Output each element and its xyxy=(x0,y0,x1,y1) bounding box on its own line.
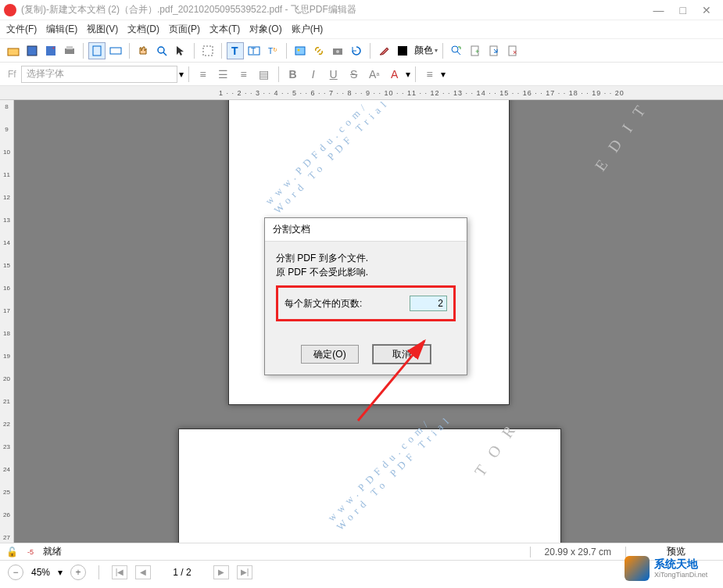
chain-icon xyxy=(313,45,325,57)
ok-button[interactable]: 确定(O) xyxy=(301,345,359,364)
lock-icon: 🔓 xyxy=(6,547,18,558)
line-spacing-button[interactable]: ≡ xyxy=(421,66,439,83)
underline-button[interactable]: U xyxy=(324,66,343,83)
align-right-button[interactable]: ≡ xyxy=(234,66,253,83)
ruler-h-marks: 1 · · 2 · · 3 · · 4 · · 5 · · 6 · · 7 · … xyxy=(219,89,625,97)
next-page-button[interactable]: ▶ xyxy=(213,565,229,579)
hand-button[interactable] xyxy=(134,42,152,59)
spacing-dropdown[interactable]: ▾ xyxy=(441,69,446,80)
zoom-in-button[interactable]: + xyxy=(70,565,86,580)
maximize-button[interactable]: □ xyxy=(680,4,686,16)
align-left-button[interactable]: ≡ xyxy=(194,66,213,83)
text-box-button[interactable]: T xyxy=(245,42,263,59)
color-label: 颜色 xyxy=(413,44,435,57)
remove-button[interactable]: × xyxy=(504,42,521,59)
save-as-button[interactable]: + xyxy=(42,42,59,59)
page-number[interactable]: 1 / 2 xyxy=(159,567,206,578)
menu-document[interactable]: 文档(D) xyxy=(127,23,159,36)
pointer-button[interactable] xyxy=(172,42,189,59)
text-button[interactable]: T xyxy=(227,42,244,59)
title-bar: (复制)-新建文本文档 (2)（合并）.pdf_2021020509553952… xyxy=(0,0,723,20)
toolbar-format: Ff 选择字体 ▾ ≡ ☰ ≡ ▤ B I U S Aa A ▾ ≡ ▾ xyxy=(0,63,723,86)
export-button[interactable] xyxy=(485,42,503,59)
cancel-button[interactable]: 取消 xyxy=(373,345,431,364)
split-document-dialog: 分割文档 分割 PDF 到多个文件. 原 PDF 不会受此影响. 每个新文件的页… xyxy=(264,217,467,375)
add-button[interactable]: + xyxy=(467,42,484,59)
minimize-button[interactable]: — xyxy=(653,4,664,16)
align-justify-button[interactable]: ▤ xyxy=(255,66,274,83)
color-square-icon xyxy=(396,45,409,57)
svg-point-8 xyxy=(158,47,164,53)
text-icon: T xyxy=(229,45,242,57)
separator xyxy=(286,43,287,59)
canvas[interactable]: www.PDFdu.com/Word To PDF Trial E D I T … xyxy=(14,100,723,543)
zoom-bar: − 45% ▾ + |◀ ◀ 1 / 2 ▶ ▶| xyxy=(0,560,723,583)
subscript-button[interactable]: A xyxy=(385,66,404,83)
color-dropdown[interactable]: ▾ xyxy=(435,47,438,54)
brush-button[interactable] xyxy=(375,42,392,59)
find-button[interactable] xyxy=(448,42,465,59)
menu-account[interactable]: 账户(H) xyxy=(292,23,324,36)
folder-icon xyxy=(7,45,20,57)
svg-rect-6 xyxy=(93,46,101,56)
separator xyxy=(83,43,84,59)
align-center-button[interactable]: ☰ xyxy=(214,66,233,83)
reset-button[interactable] xyxy=(348,42,365,59)
text-rotate-button[interactable]: T↻ xyxy=(264,42,281,59)
last-page-button[interactable]: ▶| xyxy=(237,565,252,579)
image-button[interactable] xyxy=(292,42,309,59)
print-button[interactable] xyxy=(61,42,78,59)
zoom-button[interactable] xyxy=(153,42,170,59)
separator xyxy=(194,43,195,59)
snapshot-button[interactable] xyxy=(329,42,346,59)
color-button[interactable] xyxy=(394,42,411,59)
close-button[interactable]: ✕ xyxy=(702,4,711,16)
doc-arrow-icon xyxy=(488,45,500,57)
dialog-description: 分割 PDF 到多个文件. 原 PDF 不会受此影响. xyxy=(276,251,456,279)
pages-input-row: 每个新文件的页数: xyxy=(276,285,456,321)
font-color-dropdown[interactable]: ▾ xyxy=(406,69,410,80)
dialog-title: 分割文档 xyxy=(265,218,467,242)
menu-file[interactable]: 文件(F) xyxy=(6,23,37,36)
brand-watermark: 系统天地 XiTongTianDi.net xyxy=(625,554,718,583)
svg-line-9 xyxy=(163,52,166,56)
pages-input[interactable] xyxy=(410,296,447,311)
prev-page-button[interactable]: ◀ xyxy=(135,565,151,579)
svg-text:T: T xyxy=(231,45,238,57)
save-button[interactable] xyxy=(23,42,41,59)
menu-object[interactable]: 对象(O) xyxy=(249,23,281,36)
disk-icon xyxy=(26,45,38,57)
superscript-button[interactable]: Aa xyxy=(365,66,384,83)
brand-logo-icon xyxy=(625,556,650,581)
open-button[interactable] xyxy=(5,42,22,59)
pages-label: 每个新文件的页数: xyxy=(285,297,362,310)
link-button[interactable] xyxy=(310,42,327,59)
zoom-dropdown[interactable]: ▾ xyxy=(58,567,63,578)
fit-page-button[interactable] xyxy=(88,42,106,59)
zoom-percent: 45% xyxy=(31,567,50,578)
font-dropdown[interactable]: ▾ xyxy=(179,69,184,80)
brand-logo-text: 系统天地 XiTongTianDi.net xyxy=(654,558,707,579)
menu-page[interactable]: 页面(P) xyxy=(169,23,200,36)
menu-text[interactable]: 文本(T) xyxy=(209,23,240,36)
printer-icon xyxy=(63,45,76,57)
menu-view[interactable]: 视图(V) xyxy=(87,23,118,36)
camera-icon xyxy=(331,45,344,57)
window-controls: — □ ✕ xyxy=(653,4,719,16)
workspace: 89101112131415161718192021222324252627 w… xyxy=(0,100,723,543)
menu-edit[interactable]: 编辑(E) xyxy=(46,23,77,36)
selection-button[interactable] xyxy=(199,42,217,59)
status-ready: 就绪 xyxy=(43,545,62,558)
italic-button[interactable]: I xyxy=(304,66,323,83)
first-page-button[interactable]: |◀ xyxy=(112,565,127,579)
fit-width-button[interactable] xyxy=(107,42,124,59)
dialog-body: 分割 PDF 到多个文件. 原 PDF 不会受此影响. 每个新文件的页数: xyxy=(265,242,467,345)
font-selector[interactable]: 选择字体 xyxy=(21,66,177,83)
bold-button[interactable]: B xyxy=(284,66,302,83)
strikethrough-button[interactable]: S xyxy=(345,66,363,83)
arrow-icon xyxy=(174,45,187,57)
magnifier-icon xyxy=(156,45,168,57)
zoom-out-button[interactable]: − xyxy=(8,565,23,580)
svg-text:↻: ↻ xyxy=(273,47,277,52)
toolbar-main: + T T T↻ 颜色 ▾ + × xyxy=(0,39,723,63)
